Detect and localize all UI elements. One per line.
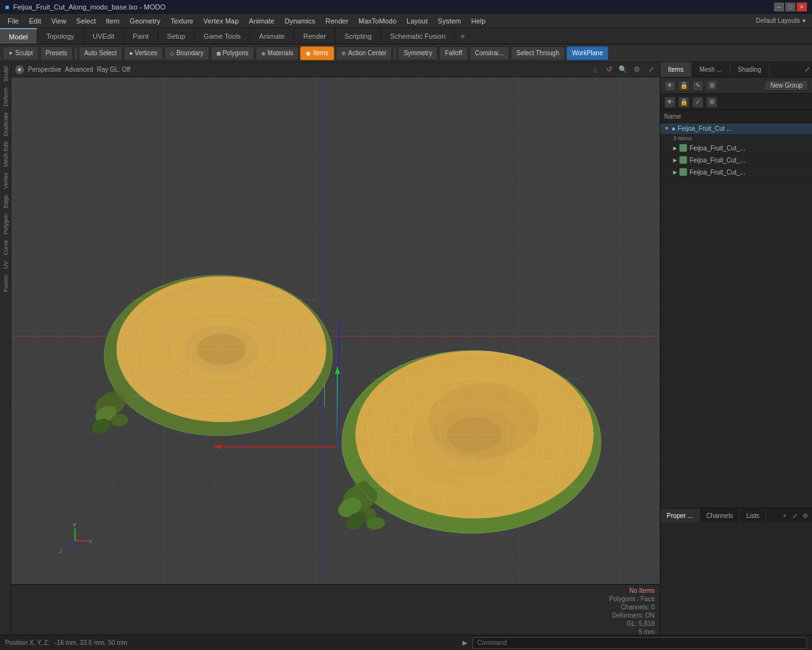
menu-vertexmap[interactable]: Vertex Map	[199, 16, 244, 26]
prop-settings-button[interactable]: ⚙	[801, 511, 809, 520]
item-mesh-icon-2	[679, 156, 687, 164]
viewport-home-icon[interactable]: ⌂	[590, 65, 600, 75]
group-settings-button[interactable]: ⚙	[706, 96, 717, 108]
viewport-expand-icon[interactable]: ⤢	[646, 65, 656, 75]
scene-group-feijoa[interactable]: ▼ ■ Feijoa_Fruit_Cut ...	[660, 123, 812, 135]
sidebar-polygon[interactable]: Polygon	[1, 211, 10, 237]
prop-tab-channels[interactable]: Channels	[700, 508, 740, 522]
tab-setup[interactable]: Setup	[158, 28, 195, 44]
panel-tab-items[interactable]: Items	[660, 62, 691, 77]
item-name-1: Feijoa_Fruit_Cut_...	[690, 145, 745, 152]
viewport-settings-icon[interactable]: ⚙	[632, 65, 642, 75]
menu-help[interactable]: Help	[466, 16, 491, 26]
tab-uvedit[interactable]: UVEdit	[84, 28, 124, 44]
scene-item-3[interactable]: ▶ Feijoa_Fruit_Cut_...	[660, 166, 812, 178]
sidebar-fusion[interactable]: Fusion	[1, 272, 10, 295]
menu-bar: File Edit View Select Item Geometry Text…	[0, 14, 812, 28]
materials-button[interactable]: ◈ Materials	[256, 46, 299, 60]
tab-model[interactable]: Model	[0, 28, 37, 44]
vertices-button[interactable]: ● Vertices	[124, 46, 163, 60]
menu-geometry[interactable]: Geometry	[124, 16, 165, 26]
menu-view[interactable]: View	[46, 16, 72, 26]
item-mesh-icon-3	[679, 168, 687, 176]
sidebar-mesh-edit[interactable]: Mesh Edit	[1, 139, 10, 169]
title-bar: ■ Feijoa_Fruit_Cut_Along_modo_base.lxo -…	[0, 0, 812, 14]
scene-item-1[interactable]: ▶ Feijoa_Fruit_Cut_...	[660, 142, 812, 154]
action-center-button[interactable]: ⊕ Action Center	[336, 46, 393, 60]
workplane-button[interactable]: WorkPlane	[566, 46, 609, 60]
group-lock-button[interactable]: 🔒	[678, 96, 690, 108]
symmetry-button[interactable]: Symmetry	[398, 46, 438, 60]
select-through-button[interactable]: Select Through	[511, 46, 565, 60]
panel-eye-button[interactable]: 👁	[664, 80, 676, 91]
status-size: 5 mm	[639, 628, 655, 635]
prop-expand-button[interactable]: ⤢	[790, 511, 799, 520]
viewport-reset-icon[interactable]: ↺	[604, 65, 614, 75]
sidebar-edge[interactable]: Edge	[1, 192, 10, 211]
constraints-button[interactable]: Constrai...	[469, 46, 510, 60]
properties-panel: Proper ... Channels Lists + ⤢ ⚙	[660, 508, 812, 635]
panel-name-header: Name	[660, 110, 812, 123]
maximize-button[interactable]: □	[785, 3, 796, 11]
layout-dropdown-icon[interactable]: ▾	[802, 17, 806, 24]
polygons-button[interactable]: ◼ Polygons	[211, 46, 254, 60]
tab-animate[interactable]: Animate	[251, 28, 294, 44]
add-mode-button[interactable]: +	[455, 29, 470, 44]
auto-select-button[interactable]: Auto Select	[79, 46, 122, 60]
viewport-perspective[interactable]: Perspective	[28, 66, 61, 73]
viewport-canvas[interactable]: X Y Z	[11, 77, 660, 584]
sculpt-button[interactable]: ✦ Sculpt	[3, 46, 39, 60]
menu-select[interactable]: Select	[71, 16, 101, 26]
group-check-button[interactable]: ✓	[692, 96, 704, 108]
group-item-icon: ■	[672, 126, 675, 132]
panel-tab-mesh[interactable]: Mesh ...	[691, 62, 730, 77]
panel-tab-shading[interactable]: Shading	[730, 62, 769, 77]
tab-paint[interactable]: Paint	[124, 28, 158, 44]
viewport-raygl[interactable]: Ray GL: Off	[97, 66, 131, 73]
falloff-button[interactable]: Falloff	[439, 46, 468, 60]
menu-system[interactable]: System	[433, 16, 466, 26]
scene-item-2[interactable]: ▶ Feijoa_Fruit_Cut_...	[660, 154, 812, 166]
item-mesh-icon-1	[679, 144, 687, 152]
prop-add-button[interactable]: +	[780, 511, 789, 520]
items-button[interactable]: ◉ Items	[300, 46, 334, 60]
sidebar-sculpt[interactable]: Sculpt	[1, 63, 10, 84]
viewport-advanced[interactable]: Advanced	[65, 66, 93, 73]
boundary-button[interactable]: ◇ Boundary	[164, 46, 209, 60]
sidebar-duplicate[interactable]: Duplicate	[1, 110, 10, 139]
svg-text:X: X	[89, 538, 93, 545]
tab-game-tools[interactable]: Game Tools	[195, 28, 251, 44]
panel-settings-button[interactable]: ⚙	[706, 80, 717, 91]
panel-edit-button[interactable]: ✎	[692, 80, 704, 91]
group-eye-button[interactable]: 👁	[664, 96, 676, 108]
tab-topology[interactable]: Topology	[37, 28, 84, 44]
menu-maxtomodo[interactable]: MaxToModo	[353, 16, 402, 26]
menu-dynamics[interactable]: Dynamics	[280, 16, 320, 26]
menu-texture[interactable]: Texture	[166, 16, 199, 26]
sidebar-vertex[interactable]: Vertex	[1, 170, 10, 192]
close-button[interactable]: ✕	[797, 3, 807, 11]
viewport-ctrl-1[interactable]: ■	[15, 65, 24, 74]
panel-expand-button[interactable]: ⤢	[802, 65, 812, 75]
menu-edit[interactable]: Edit	[24, 16, 46, 26]
command-input[interactable]	[473, 637, 807, 649]
sidebar-deform[interactable]: Deform	[1, 85, 10, 109]
prop-tab-properties[interactable]: Proper ...	[660, 508, 700, 522]
menu-animate[interactable]: Animate	[244, 16, 279, 26]
group-item-count: 3 Items	[660, 135, 812, 142]
sidebar-curve[interactable]: Curve	[1, 237, 10, 258]
presets-button[interactable]: Presets	[40, 46, 73, 60]
tab-schematic[interactable]: Schematic Fusion	[381, 28, 455, 44]
tab-render[interactable]: Render	[294, 28, 336, 44]
sidebar-uv[interactable]: UV	[1, 258, 10, 272]
menu-layout[interactable]: Layout	[402, 16, 433, 26]
new-group-button[interactable]: New Group	[764, 80, 808, 91]
menu-item[interactable]: Item	[101, 16, 124, 26]
minimize-button[interactable]: ─	[774, 3, 784, 11]
prop-tab-lists[interactable]: Lists	[740, 508, 766, 522]
tab-scripting[interactable]: Scripting	[336, 28, 381, 44]
menu-render[interactable]: Render	[320, 16, 353, 26]
panel-lock-button[interactable]: 🔒	[678, 80, 690, 91]
viewport-zoom-icon[interactable]: 🔍	[618, 65, 628, 75]
menu-file[interactable]: File	[3, 16, 24, 26]
